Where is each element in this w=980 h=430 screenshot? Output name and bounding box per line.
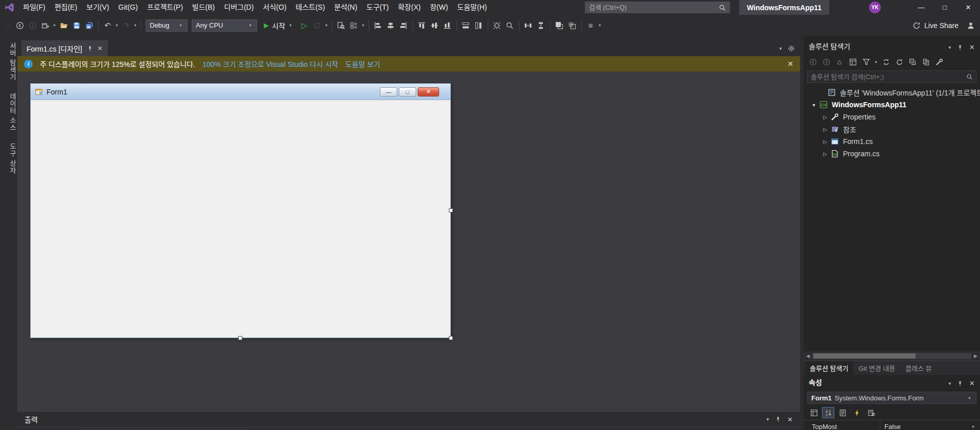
chevron-down-icon[interactable]: ▾ — [178, 23, 184, 28]
tree-item-properties-folder[interactable]: ▷Properties — [804, 111, 980, 123]
docwell-options-gear-icon[interactable] — [788, 45, 795, 52]
chevron-down-icon[interactable]: ▾ — [597, 23, 603, 28]
solution-search-box[interactable] — [807, 70, 976, 83]
open-file-icon[interactable] — [57, 19, 70, 32]
categorized-icon[interactable] — [808, 407, 820, 418]
window-position-chevron-icon[interactable]: ▾ — [949, 45, 951, 50]
new-project-icon[interactable] — [39, 19, 52, 32]
navigate-forward-icon[interactable] — [26, 19, 39, 32]
infobar-close-icon[interactable]: ✕ — [787, 60, 793, 68]
size-to-grid-icon[interactable] — [491, 19, 504, 32]
events-icon[interactable] — [851, 407, 863, 418]
menu-extensions[interactable]: 확장(X) — [393, 0, 425, 15]
zoom-icon[interactable] — [504, 19, 516, 32]
expander-icon[interactable]: ▷ — [820, 139, 830, 145]
panel-tab-solution-explorer[interactable]: 솔루션 탐색기 — [805, 361, 853, 375]
help-link[interactable]: 도움말 보기 — [345, 59, 380, 69]
forward-icon[interactable] — [820, 56, 832, 67]
output-panel-header[interactable]: 출력 ▾ ✕ — [17, 412, 800, 427]
align-tops-icon[interactable] — [416, 19, 428, 32]
layout-toolbar-options-icon[interactable]: ≡ — [584, 19, 597, 32]
tree-item-solution[interactable]: 솔루션 'WindowsFormsApp11' (1/1개 프로젝트) — [804, 86, 980, 99]
search-input[interactable] — [589, 4, 719, 11]
window-position-chevron-icon[interactable]: ▾ — [767, 417, 769, 422]
maximize-button[interactable]: □ — [933, 0, 956, 15]
menu-build[interactable]: 빌드(B) — [188, 0, 219, 15]
menu-test[interactable]: 테스트(S) — [291, 0, 329, 15]
menu-help[interactable]: 도움말(H) — [452, 0, 491, 15]
home-icon[interactable]: ⌂ — [833, 56, 846, 67]
start-without-debugging-icon[interactable]: ▷ — [298, 19, 311, 32]
chevron-down-icon[interactable]: ▾ — [970, 424, 976, 429]
send-to-back-icon[interactable] — [566, 19, 579, 32]
resize-handle-bottom-right[interactable] — [449, 336, 453, 340]
pending-changes-filter-icon[interactable] — [860, 56, 872, 67]
close-icon[interactable]: ✕ — [969, 43, 975, 51]
resize-handle-bottom[interactable] — [238, 336, 242, 340]
solution-platforms-combo[interactable]: Any CPU▾ — [192, 19, 257, 32]
refresh-icon[interactable] — [893, 56, 905, 67]
back-icon[interactable] — [807, 56, 819, 67]
make-horizontal-spacing-equal-icon[interactable] — [522, 19, 535, 32]
menu-tools[interactable]: 도구(T) — [362, 0, 394, 15]
menu-project[interactable]: 프로젝트(P) — [143, 0, 188, 15]
live-share-button[interactable]: Live Share — [913, 21, 959, 30]
align-middles-icon[interactable] — [428, 19, 441, 32]
pin-icon[interactable] — [957, 380, 963, 387]
save-all-icon[interactable] — [83, 19, 96, 32]
align-bottoms-icon[interactable] — [441, 19, 454, 32]
align-rights-icon[interactable] — [397, 19, 410, 32]
chevron-down-icon[interactable]: ▾ — [247, 23, 253, 28]
hot-reload-icon[interactable] — [311, 19, 324, 32]
restart-100-percent-link[interactable]: 100% 크기 조정으로 Visual Studio 다시 시작 — [202, 59, 338, 69]
toolbar-grip-handle[interactable]: ⋮⋮ — [3, 22, 11, 29]
designed-form[interactable]: Form1 — □ ✕ — [30, 83, 451, 338]
properties-icon[interactable] — [933, 56, 945, 67]
horizontal-scrollbar[interactable]: ◀ ▶ — [804, 351, 980, 361]
feedback-icon[interactable] — [967, 21, 975, 30]
menu-view[interactable]: 보기(V) — [82, 0, 113, 15]
pin-tab-icon[interactable] — [87, 45, 93, 52]
chevron-down-icon[interactable]: ▾ — [52, 23, 57, 28]
start-debugging-button[interactable]: ▶시작▾ — [260, 19, 297, 32]
forms-designer-surface[interactable]: Form1 — □ ✕ — [17, 71, 800, 411]
collapse-all-icon[interactable] — [906, 56, 919, 67]
scrollbar-track[interactable] — [812, 353, 971, 359]
quick-search-box[interactable] — [585, 2, 730, 13]
close-tab-icon[interactable]: ✕ — [98, 45, 103, 52]
expander-icon[interactable]: ▷ — [820, 151, 830, 157]
chevron-down-icon[interactable]: ▾ — [360, 23, 366, 28]
expander-icon[interactable]: ▷ — [820, 114, 830, 120]
property-pages-icon[interactable] — [865, 407, 877, 418]
solution-configurations-combo[interactable]: Debug▾ — [146, 19, 188, 32]
redo-icon[interactable]: ↷ — [120, 19, 132, 32]
menu-edit[interactable]: 편집(E) — [50, 0, 82, 15]
save-icon[interactable] — [70, 19, 83, 32]
menu-git[interactable]: Git(G) — [114, 0, 143, 15]
property-value[interactable]: False▾ — [880, 420, 980, 430]
solution-search-input[interactable] — [811, 73, 966, 81]
scroll-right-arrow-icon[interactable]: ▶ — [971, 353, 980, 359]
menu-file[interactable]: 파일(F) — [18, 0, 50, 15]
chevron-down-icon[interactable]: ▾ — [324, 23, 329, 28]
chevron-down-icon[interactable]: ▾ — [873, 60, 879, 64]
undo-icon[interactable]: ↶ — [101, 19, 114, 32]
find-in-files-icon[interactable] — [335, 19, 348, 32]
property-row-topmost[interactable]: TopMostFalse▾ — [804, 420, 980, 430]
strip-tab-toolbox[interactable]: 도구 상자 — [0, 137, 17, 180]
minimize-button[interactable]: — — [909, 0, 933, 15]
menu-format[interactable]: 서식(O) — [258, 0, 291, 15]
scrollbar-thumb[interactable] — [813, 353, 916, 359]
pin-icon[interactable] — [957, 44, 963, 51]
solution-explorer-header[interactable]: 솔루션 탐색기 ▾ ✕ — [804, 36, 980, 55]
strip-tab-server-explorer[interactable]: 서버 탐색기 — [0, 36, 17, 87]
chevron-down-icon[interactable]: ▾ — [288, 23, 293, 28]
chevron-down-icon[interactable]: ▾ — [114, 23, 120, 28]
account-avatar[interactable]: YK — [869, 2, 881, 13]
pin-icon[interactable] — [775, 416, 781, 422]
close-button[interactable]: ✕ — [956, 0, 980, 15]
resize-handle-right[interactable] — [449, 208, 453, 212]
close-icon[interactable]: ✕ — [787, 416, 793, 423]
tab-form1-designer[interactable]: Form1.cs [디자인] ✕ — [21, 40, 108, 56]
menu-debug[interactable]: 디버그(D) — [219, 0, 258, 15]
